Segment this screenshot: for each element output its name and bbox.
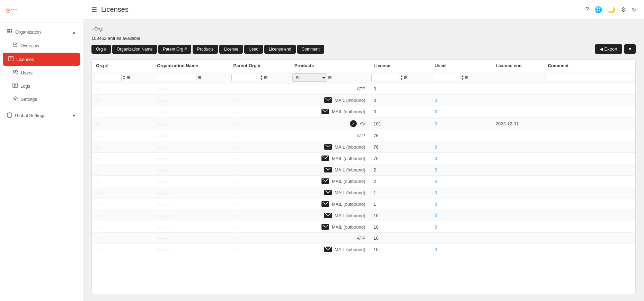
cell-used: 0 (431, 176, 492, 187)
sidebar-item-licenses[interactable]: Licenses (3, 53, 80, 66)
help-icon[interactable]: ? (585, 6, 589, 13)
spin-license[interactable]: ▲▼ (400, 74, 403, 81)
product-label: MAIL (outbound) (332, 179, 365, 184)
product-label: MAIL (outbound) (332, 202, 365, 207)
sidebar-item-organization[interactable]: Organization ▲ (0, 25, 83, 39)
cell-licenseend (492, 187, 544, 198)
cell-orgname: ·······,·· (153, 233, 229, 244)
sidebar-org-label: Organization (15, 29, 41, 35)
filter-used-input[interactable] (433, 74, 460, 81)
cell-orgname: ·······,··· (153, 244, 229, 255)
page-content: - Org: 103462 entries available Org # Or… (83, 19, 644, 301)
sidebar-users-label: Users (21, 70, 33, 76)
svg-point-3 (8, 10, 9, 11)
product-label: ATP (357, 133, 365, 138)
hamburger-icon[interactable]: ☰ (91, 6, 97, 14)
filter-license-icon[interactable]: ⊞ (404, 75, 407, 80)
logout-icon[interactable]: ⎋ (632, 6, 636, 13)
col-toggle-products[interactable]: Products (193, 45, 218, 54)
cell-comment (544, 164, 635, 176)
cell-parentorg: ·- (229, 176, 290, 187)
sidebar-item-global-settings[interactable]: Global Settings ▼ (0, 109, 83, 122)
filter-orgname-icon[interactable]: ⊞ (197, 75, 201, 80)
cell-parentorg: ·- (229, 95, 290, 106)
col-toggle-used[interactable]: Used (244, 45, 263, 54)
cell-parentorg: ·- (229, 83, 290, 95)
table-row: ···········,···-MAIL (outbound)20 (92, 176, 635, 187)
filter-comment-input[interactable] (546, 74, 633, 81)
table-row: ···········,···-AV10102023-12-31 (92, 117, 635, 130)
filter-license-input[interactable] (371, 74, 399, 81)
sidebar-item-users[interactable]: Users (0, 67, 83, 79)
cell-comment (544, 153, 635, 164)
cell-used: 0 (431, 244, 492, 255)
mail-icon (321, 224, 329, 230)
sidebar-logs-label: Logs (20, 83, 30, 89)
filter-orgname-input[interactable] (155, 74, 196, 81)
cell-parentorg: ·- (229, 141, 290, 153)
cell-license: 10 (369, 233, 430, 244)
svg-rect-7 (9, 29, 10, 30)
sidebar-overview-label: Overview (20, 43, 39, 48)
global-filter-button[interactable]: ▼ (624, 44, 636, 54)
col-toggle-orgnum[interactable]: Org # (91, 45, 111, 54)
spin-used[interactable]: ▲▼ (461, 74, 464, 81)
cell-licenseend (492, 198, 544, 210)
cell-licenseend (492, 164, 544, 176)
cell-licenseend (492, 83, 544, 95)
cell-orgname: ·······,··· (153, 187, 229, 198)
cell-products: MAIL (inbound) (290, 164, 370, 176)
filter-products-icon[interactable]: ⊞ (328, 75, 332, 80)
product-label: MAIL (outbound) (332, 224, 365, 230)
filter-orgnum: ▲▼ ⊞ (92, 72, 153, 83)
cell-used: 0 (431, 141, 492, 153)
col-toggle-orgname[interactable]: Organization Name (112, 45, 157, 54)
sidebar-item-overview[interactable]: Overview (0, 39, 83, 52)
licenses-table-container[interactable]: Org # Organization Name Parent Org # Pro… (91, 59, 636, 294)
col-toggle-license[interactable]: License (219, 45, 242, 54)
table-header-row: Org # Organization Name Parent Org # Pro… (92, 60, 635, 72)
sidebar-item-logs[interactable]: Logs (0, 79, 83, 92)
cell-licenseend (492, 233, 544, 244)
filter-orgnum-icon[interactable]: ⊞ (126, 75, 130, 80)
cell-used: 0 (431, 153, 492, 164)
col-toggle-licenseend[interactable]: License end (264, 45, 296, 54)
col-toggle-parentorg[interactable]: Parent Org # (158, 45, 191, 54)
moon-icon[interactable]: 🌙 (608, 6, 615, 14)
gear-icon[interactable]: ⚙ (621, 6, 626, 14)
cell-comment (544, 244, 635, 255)
cell-licenseend (492, 106, 544, 117)
table-row: ············,····-MAIL (inbound)100 (92, 244, 635, 255)
cell-comment (544, 198, 635, 210)
spin-parentorg[interactable]: ▲▼ (260, 74, 263, 81)
spin-orgnum[interactable]: ▲▼ (123, 74, 125, 81)
sidebar-item-settings[interactable]: Settings (0, 92, 83, 106)
filter-orgname: ⊞ (153, 72, 229, 83)
filter-parentorg-icon[interactable]: ⊞ (264, 75, 267, 80)
filter-products-select[interactable]: All ATP MAIL (inbound) MAIL (outbound) A… (292, 73, 327, 82)
filter-parentorg-input[interactable] (231, 74, 259, 81)
cell-used: 0 (431, 198, 492, 210)
product-label: MAIL (inbound) (335, 144, 365, 150)
cell-orgnum: ···· (92, 141, 153, 153)
cell-parentorg: ·- (229, 117, 290, 130)
filter-orgnum-input[interactable] (94, 74, 122, 81)
logo-area: IKARUS security software (0, 0, 83, 23)
cell-license: 76 (369, 153, 430, 164)
mail-icon (324, 167, 332, 172)
svg-text:IKARUS: IKARUS (11, 9, 17, 11)
mail-icon (321, 178, 329, 184)
settings-icon (12, 96, 18, 103)
cell-orgnum: ····· (92, 130, 153, 141)
export-button[interactable]: ◀ Export (595, 44, 623, 54)
product-label: ATP (357, 86, 365, 91)
cell-license: 2 (369, 164, 430, 176)
cell-license: 1 (369, 187, 430, 198)
globe-icon[interactable]: 🌐 (594, 6, 602, 14)
col-header-used: Used (431, 60, 492, 72)
product-label: ATP (357, 236, 365, 241)
filter-used-icon[interactable]: ⊞ (465, 75, 468, 80)
svg-rect-8 (11, 29, 12, 30)
table-body: ···········,···-ATP0···········,···-MAIL… (92, 83, 635, 255)
col-toggle-comment[interactable]: Comment (297, 45, 324, 54)
